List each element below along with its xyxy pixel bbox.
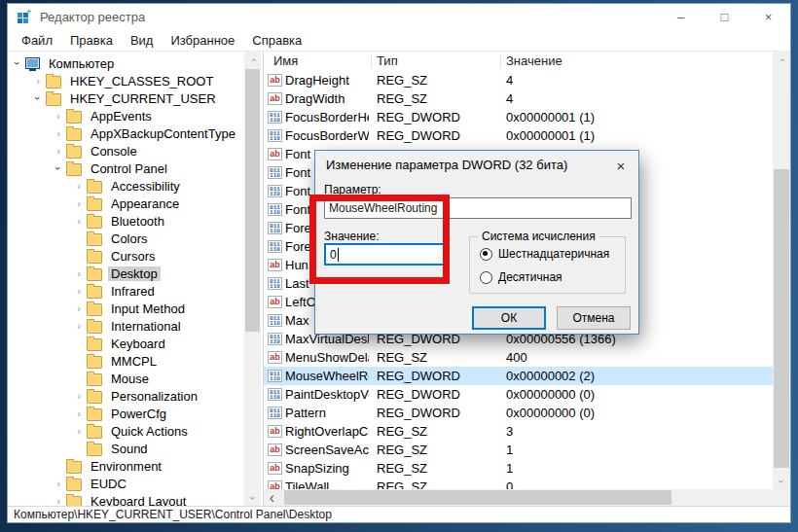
list-vertical-scrollbar[interactable]: › › <box>773 52 790 489</box>
list-row-rightoverlapch[interactable]: abRightOverlapCh...REG_SZ3 <box>264 422 773 441</box>
maximize-button[interactable]: □ <box>703 4 746 29</box>
chevron-right-icon[interactable]: › <box>71 300 87 317</box>
chevron-right-icon[interactable]: › <box>71 265 87 282</box>
chevron-right-icon[interactable]: › <box>51 107 66 124</box>
folder-icon <box>87 268 102 281</box>
tree-item-appearance[interactable]: ›Appearance <box>8 195 241 212</box>
chevron-right-icon[interactable]: › <box>30 72 46 89</box>
tree-item-personalization[interactable]: ›Personalization <box>8 387 241 405</box>
tree-item-quick-actions[interactable]: ›Quick Actions <box>8 422 241 440</box>
tree-item-sound[interactable]: Sound <box>8 440 241 457</box>
tree-item-hkey-classes-root[interactable]: ›HKEY_CLASSES_ROOT <box>8 72 241 89</box>
scroll-up-icon[interactable]: › <box>773 52 789 68</box>
chevron-down-icon[interactable]: › <box>30 89 46 107</box>
chevron-right-icon[interactable]: › <box>71 405 87 422</box>
list-row-screensaveactive[interactable]: abScreenSaveActiveREG_SZ1 <box>264 441 773 459</box>
column-separator[interactable] <box>371 54 372 68</box>
column-header-type[interactable]: Тип <box>377 53 398 68</box>
tree-item-international[interactable]: ›International <box>8 317 241 335</box>
menu-item-edit[interactable]: Правка <box>61 33 122 48</box>
chevron-down-icon[interactable]: › <box>51 160 66 177</box>
value-name: FocusBorderHei... <box>285 108 369 126</box>
column-header-value[interactable]: Значение <box>506 53 562 68</box>
tree-item-infrared[interactable]: ›Infrared <box>8 282 241 300</box>
chevron-right-icon[interactable]: › <box>71 177 87 195</box>
chevron-right-icon[interactable]: › <box>51 124 66 142</box>
scroll-up-icon[interactable]: › <box>244 52 261 68</box>
tree-item-powercfg[interactable]: ›PowerCfg <box>8 405 241 422</box>
list-row-menushowdelay[interactable]: abMenuShowDelayREG_SZ400 <box>264 348 773 367</box>
menu-item-view[interactable]: Вид <box>122 33 163 48</box>
list-row-paintdesktopve[interactable]: 011110PaintDesktopVe...REG_DWORD0x000000… <box>264 385 773 404</box>
close-button[interactable]: × <box>746 4 790 29</box>
tree-item-eudc[interactable]: ›EUDC <box>8 475 241 492</box>
tree-item-computer[interactable]: ›Компьютер <box>8 54 241 72</box>
chevron-right-icon[interactable]: › <box>71 387 87 405</box>
tree-item-label: Input Method <box>108 301 188 316</box>
menu-item-file[interactable]: Файл <box>13 33 61 48</box>
scroll-left-icon[interactable]: ‹ <box>264 489 280 506</box>
list-row-snapsizing[interactable]: abSnapSizingREG_SZ1 <box>264 459 773 478</box>
tree-item-input-method[interactable]: ›Input Method <box>8 300 241 317</box>
tree-item-console[interactable]: ›Console <box>8 142 241 160</box>
list-hscrollbar-thumb[interactable] <box>284 490 671 505</box>
tree-item-cursors[interactable]: Cursors <box>8 247 241 265</box>
tree-vertical-scrollbar[interactable]: › › <box>244 52 261 506</box>
list-row-dragwidth[interactable]: abDragWidthREG_SZ4 <box>264 89 773 108</box>
scroll-down-icon[interactable]: › <box>244 489 261 506</box>
tree-item-appevents[interactable]: ›AppEvents <box>8 107 241 124</box>
value-type: REG_DWORD <box>377 367 460 385</box>
cancel-button[interactable]: Отмена <box>557 306 631 330</box>
scroll-down-icon[interactable]: › <box>773 473 789 489</box>
menu-item-help[interactable]: Справка <box>243 33 310 48</box>
tree-item-mmcpl[interactable]: MMCPL <box>8 352 241 370</box>
folder-icon <box>87 356 102 369</box>
tree-item-control-panel[interactable]: ›Control Panel <box>8 160 241 177</box>
chevron-right-icon[interactable]: › <box>71 422 87 440</box>
ok-button[interactable]: ОК <box>472 306 546 330</box>
tree-item-accessibility[interactable]: ›Accessibility <box>8 177 241 195</box>
minimize-button[interactable]: – <box>659 4 703 29</box>
chevron-right-icon[interactable]: › <box>51 142 66 160</box>
tree-item-appxbackupcontenttype[interactable]: ›AppXBackupContentType <box>8 124 241 142</box>
list-horizontal-scrollbar[interactable]: ‹ <box>264 489 773 506</box>
list-row-focusborderwi[interactable]: 011110FocusBorderWi...REG_DWORD0x0000000… <box>264 126 773 145</box>
tree-item-colors[interactable]: Colors <box>8 230 241 247</box>
list-row-mousewheelro[interactable]: 011110MouseWheelRo...REG_DWORD0x00000002… <box>264 367 773 385</box>
chevron-right-icon[interactable]: › <box>51 475 66 492</box>
reg-sz-icon: ab <box>268 296 282 308</box>
tree-item-desktop[interactable]: ›Desktop <box>8 265 241 282</box>
chevron-right-icon[interactable]: › <box>71 317 87 335</box>
folder-icon <box>87 303 102 316</box>
chevron-right-icon[interactable]: › <box>71 212 87 230</box>
chevron-down-icon[interactable]: › <box>10 54 25 72</box>
tree-item-keyboard-layout[interactable]: ›Keyboard Layout <box>8 492 241 506</box>
folder-icon <box>66 128 82 141</box>
tree-item-mouse[interactable]: Mouse <box>8 370 241 387</box>
value-data: 0x00000002 (2) <box>506 367 595 385</box>
list-scrollbar-thumb[interactable] <box>774 169 789 468</box>
radio-decimal[interactable]: Десятичная <box>480 270 562 284</box>
chevron-right-icon[interactable]: › <box>71 282 87 300</box>
list-row-pattern[interactable]: 011110PatternREG_DWORD0x00000000 (0) <box>264 404 773 422</box>
tree-scrollbar-thumb[interactable] <box>245 69 260 332</box>
chevron-right-icon[interactable]: › <box>71 195 87 212</box>
tree-item-hkey-current-user[interactable]: ›HKEY_CURRENT_USER <box>8 89 241 107</box>
column-separator[interactable] <box>500 54 501 68</box>
radio-hexadecimal[interactable]: Шестнадцатеричная <box>480 247 609 261</box>
tree-item-label: Accessibility <box>108 179 183 194</box>
list-row-tilewall[interactable]: abTileWallREG_SZ0 <box>264 478 773 489</box>
tree-item-bluetooth[interactable]: ›Bluetooth <box>8 212 241 230</box>
value-name: SnapSizing <box>285 459 369 478</box>
reg-dword-icon: 011110 <box>268 185 282 197</box>
column-header-name[interactable]: Имя <box>273 53 298 68</box>
radix-group-label: Система исчисления <box>478 230 599 243</box>
list-row-dragheight[interactable]: abDragHeightREG_SZ4 <box>264 71 773 89</box>
dialog-close-button[interactable]: × <box>606 154 635 177</box>
chevron-right-icon[interactable]: › <box>51 492 66 506</box>
tree-item-keyboard[interactable]: Keyboard <box>8 335 241 352</box>
list-row-focusborderhei[interactable]: 011110FocusBorderHei...REG_DWORD0x000000… <box>264 108 773 126</box>
menu-item-favorites[interactable]: Избранное <box>162 33 243 48</box>
folder-icon <box>46 93 61 106</box>
tree-item-environment[interactable]: Environment <box>8 457 241 475</box>
